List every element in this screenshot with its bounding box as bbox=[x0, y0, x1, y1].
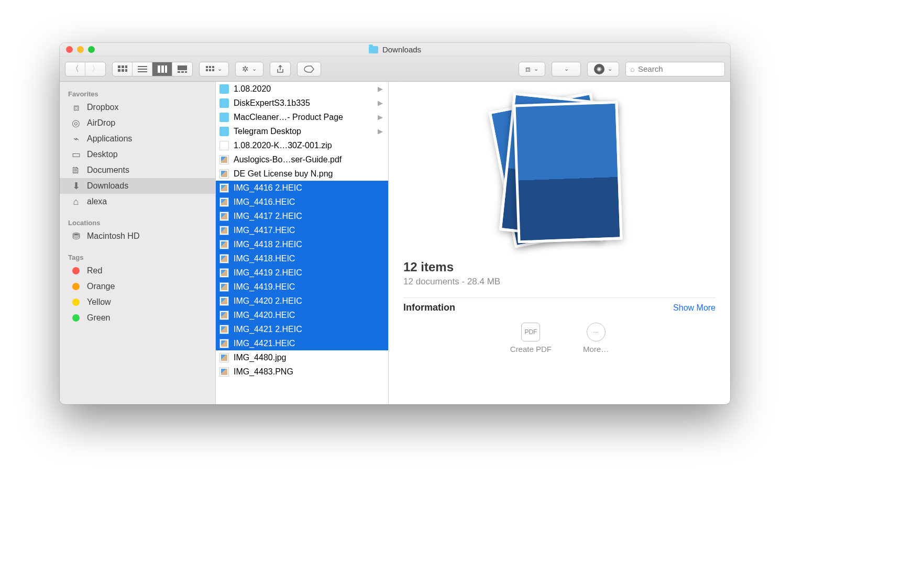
file-row[interactable]: IMG_4418.HEIC bbox=[216, 251, 388, 266]
svg-rect-9 bbox=[158, 65, 160, 73]
file-column[interactable]: 1.08.2020▶DiskExpertS3.1b335▶MacCleaner…… bbox=[216, 82, 389, 404]
chevron-down-icon: ⌄ bbox=[608, 65, 612, 72]
file-row[interactable]: IMG_4420.HEIC bbox=[216, 308, 388, 322]
svg-rect-2 bbox=[125, 65, 127, 68]
file-name-label: IMG_4421.HEIC bbox=[234, 339, 383, 348]
file-name-label: IMG_4419.HEIC bbox=[234, 282, 383, 292]
sidebar-item-label: Downloads bbox=[87, 181, 128, 191]
share-button[interactable] bbox=[270, 62, 291, 76]
sidebar-header-favorites: Favorites bbox=[60, 86, 215, 100]
more-actions-button[interactable]: ··· More… bbox=[583, 323, 609, 354]
pdf-icon: PDF bbox=[521, 323, 540, 341]
sidebar-item-downloads[interactable]: ⬇Downloads bbox=[60, 178, 215, 194]
chevron-right-icon: ▶ bbox=[378, 113, 383, 121]
image-file-icon bbox=[219, 212, 229, 221]
file-row[interactable]: IMG_4416.HEIC bbox=[216, 195, 388, 209]
close-window-button[interactable] bbox=[66, 46, 73, 53]
svg-rect-20 bbox=[209, 69, 211, 71]
group-by-button[interactable]: ⌄ bbox=[199, 62, 229, 76]
sidebar-item-label: Desktop bbox=[87, 150, 118, 159]
svg-rect-19 bbox=[206, 69, 208, 71]
show-more-button[interactable]: Show More bbox=[673, 303, 716, 313]
file-name-label: IMG_4420.HEIC bbox=[234, 311, 383, 320]
sidebar-tag-red[interactable]: Red bbox=[60, 263, 215, 279]
sidebar-item-label: Orange bbox=[87, 282, 115, 291]
file-name-label: DE Get License buy N.png bbox=[234, 169, 383, 179]
image-file-icon bbox=[219, 296, 229, 306]
view-list-button[interactable] bbox=[133, 62, 152, 76]
nav-back-forward: 〈 〉 bbox=[65, 62, 106, 76]
file-row[interactable]: IMG_4417.HEIC bbox=[216, 223, 388, 237]
file-row[interactable]: IMG_4421.HEIC bbox=[216, 336, 388, 350]
file-name-label: MacCleaner…- Product Page bbox=[234, 113, 373, 122]
file-row[interactable]: IMG_4419 2.HEIC bbox=[216, 266, 388, 280]
chevron-down-icon: ⌄ bbox=[217, 65, 222, 72]
file-row[interactable]: IMG_4419.HEIC bbox=[216, 280, 388, 294]
file-row[interactable]: IMG_4417 2.HEIC bbox=[216, 209, 388, 223]
search-field[interactable]: ⌕ bbox=[625, 62, 725, 76]
file-row[interactable]: MacCleaner…- Product Page▶ bbox=[216, 110, 388, 124]
sidebar-tag-green[interactable]: Green bbox=[60, 310, 215, 326]
view-gallery-button[interactable] bbox=[172, 62, 192, 76]
share-icon bbox=[277, 65, 284, 73]
eye-icon: ◉ bbox=[594, 64, 604, 74]
file-row[interactable]: Telegram Desktop▶ bbox=[216, 124, 388, 138]
file-name-label: Auslogics-Bo…ser-Guide.pdf bbox=[234, 155, 383, 164]
sidebar-item-label: Macintosh HD bbox=[87, 231, 139, 241]
file-name-label: IMG_4421 2.HEIC bbox=[234, 325, 383, 334]
path-menu-button[interactable]: ⌄ bbox=[552, 62, 581, 76]
minimize-window-button[interactable] bbox=[77, 46, 84, 53]
image-file-icon bbox=[219, 240, 229, 249]
svg-rect-1 bbox=[122, 65, 124, 68]
sidebar-item-airdrop[interactable]: ◎AirDrop bbox=[60, 115, 215, 131]
zoom-window-button[interactable] bbox=[88, 46, 95, 53]
desktop-icon: ▭ bbox=[70, 149, 82, 160]
toolbar: 〈 〉 ⌄ ✲ ⌄ bbox=[60, 57, 730, 82]
quicklook-menu-button[interactable]: ◉ ⌄ bbox=[587, 62, 619, 76]
sidebar-location-macintosh-hd[interactable]: ⛃Macintosh HD bbox=[60, 228, 215, 244]
file-row[interactable]: DE Get License buy N.png bbox=[216, 167, 388, 181]
image-file-icon bbox=[219, 339, 229, 348]
file-name-label: IMG_4418 2.HEIC bbox=[234, 240, 383, 249]
file-row[interactable]: DiskExpertS3.1b335▶ bbox=[216, 96, 388, 110]
downloads-icon: ⬇ bbox=[70, 180, 82, 192]
sidebar-item-applications[interactable]: ⌁Applications bbox=[60, 131, 215, 147]
sidebar-tag-yellow[interactable]: Yellow bbox=[60, 294, 215, 310]
quick-actions: PDF Create PDF ··· More… bbox=[403, 323, 716, 354]
view-mode-segment bbox=[112, 62, 193, 76]
dropbox-icon: ⧈ bbox=[70, 102, 82, 113]
chevron-down-icon: ⌄ bbox=[252, 65, 257, 72]
view-icon-button[interactable] bbox=[113, 62, 133, 76]
file-row[interactable]: IMG_4418 2.HEIC bbox=[216, 237, 388, 251]
svg-rect-21 bbox=[212, 69, 214, 71]
sidebar-item-documents[interactable]: 🗎Documents bbox=[60, 162, 215, 178]
dropbox-menu-button[interactable]: ⧈ ⌄ bbox=[519, 62, 545, 76]
file-row[interactable]: 1.08.2020-K…30Z-001.zip bbox=[216, 138, 388, 152]
file-row[interactable]: IMG_4480.jpg bbox=[216, 350, 388, 365]
search-input[interactable] bbox=[638, 64, 720, 73]
tag-dot-icon bbox=[72, 299, 80, 306]
sidebar-item-label: alexa bbox=[87, 197, 107, 206]
back-button[interactable]: 〈 bbox=[65, 62, 85, 76]
action-menu-button[interactable]: ✲ ⌄ bbox=[235, 62, 263, 76]
tags-button[interactable] bbox=[297, 62, 321, 76]
forward-button[interactable]: 〉 bbox=[85, 62, 105, 76]
tag-icon bbox=[304, 65, 314, 73]
file-row[interactable]: Auslogics-Bo…ser-Guide.pdf bbox=[216, 152, 388, 167]
file-row[interactable]: IMG_4416 2.HEIC bbox=[216, 181, 388, 195]
svg-rect-12 bbox=[178, 65, 187, 70]
sidebar-item-dropbox[interactable]: ⧈Dropbox bbox=[60, 100, 215, 115]
file-row[interactable]: IMG_4421 2.HEIC bbox=[216, 322, 388, 336]
file-row[interactable]: IMG_4420 2.HEIC bbox=[216, 294, 388, 308]
file-row[interactable]: IMG_4483.PNG bbox=[216, 365, 388, 379]
sidebar-header-locations: Locations bbox=[60, 215, 215, 228]
preview-photo bbox=[513, 101, 622, 244]
folder-icon bbox=[219, 84, 229, 94]
sidebar-tag-orange[interactable]: Orange bbox=[60, 279, 215, 294]
file-name-label: 1.08.2020-K…30Z-001.zip bbox=[234, 141, 383, 150]
create-pdf-action[interactable]: PDF Create PDF bbox=[510, 323, 552, 354]
sidebar-item-alexa[interactable]: ⌂alexa bbox=[60, 194, 215, 209]
file-row[interactable]: 1.08.2020▶ bbox=[216, 82, 388, 96]
sidebar-item-desktop[interactable]: ▭Desktop bbox=[60, 147, 215, 162]
view-column-button[interactable] bbox=[152, 62, 172, 76]
